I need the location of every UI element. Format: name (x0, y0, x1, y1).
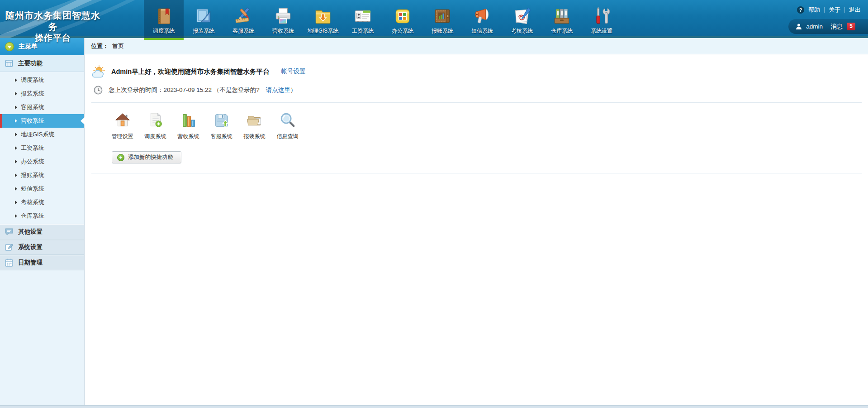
last-login-row: 您上次登录的时间：2023-07-09 15:22 （不是您登录的? 请点这里 … (91, 86, 862, 95)
shortcut-admin-settings[interactable]: 管理设置 (106, 112, 139, 140)
shortcut-customer-service[interactable]: 客服系统 (205, 112, 238, 140)
nav-item-assessment[interactable]: 考核系统 (502, 0, 542, 38)
separator (91, 173, 862, 173)
nav-label: 地理GIS系统 (308, 27, 339, 35)
clock-icon (94, 86, 103, 95)
sidebar-item-label: 地理GIS系统 (21, 130, 54, 139)
binders-icon (552, 7, 571, 26)
sidebar-item-label: 报装系统 (21, 90, 44, 98)
weather-sun-cloud-icon (91, 65, 107, 78)
nav-item-system-settings[interactable]: 系统设置 (582, 0, 621, 38)
caret-right-icon (15, 187, 17, 191)
caret-right-icon (15, 160, 17, 163)
sidebar-group-main-functions[interactable]: 主要功能 (0, 55, 84, 72)
id-card-icon (353, 7, 372, 26)
nav-item-office[interactable]: 办公系统 (383, 0, 422, 38)
nav-item-gis[interactable]: 地理GIS系统 (303, 0, 343, 38)
greeting-row: Admin早上好，欢迎使用随州市水务集团智慧水务平台 帐号设置 (91, 54, 862, 78)
sidebar-section-other-settings[interactable]: 其他设置 (0, 224, 84, 240)
shortcuts-row: 管理设置 调度系统 (91, 112, 862, 140)
sidebar: 主菜单 主要功能 调度系统 报装系统 客服系统 营收系统 地理GIS系统 工资系… (0, 38, 85, 406)
sidebar-item-label: 短信系统 (21, 185, 44, 193)
nav-label: 短信系统 (471, 27, 493, 35)
separator (91, 102, 862, 103)
sidebar-item-office[interactable]: 办公系统 (0, 155, 84, 168)
speech-bubble-icon (5, 227, 14, 236)
document-add-icon (147, 112, 164, 129)
shortcut-label: 客服系统 (211, 133, 232, 140)
app-title: 随州市水务集团智慧水务 操作平台 (4, 10, 102, 43)
sidebar-item-warehouse[interactable]: 仓库系统 (0, 209, 84, 223)
office-blocks-icon (393, 7, 412, 26)
nav-label: 系统设置 (591, 27, 612, 35)
sidebar-menu-title: 主菜单 (19, 43, 38, 51)
message-count-badge[interactable]: 5 (847, 23, 855, 30)
nav-label: 调度系统 (153, 27, 175, 35)
exam-paper-icon (512, 7, 531, 26)
help-link[interactable]: 帮助 (808, 6, 820, 14)
nav-item-dispatch[interactable]: 调度系统 (144, 0, 184, 38)
nav-item-sms[interactable]: 短信系统 (462, 0, 502, 38)
sidebar-section-system-settings[interactable]: 系统设置 (0, 240, 84, 255)
sidebar-item-label: 营收系统 (21, 117, 44, 125)
caret-right-icon (15, 106, 17, 109)
sidebar-item-customer-service[interactable]: 客服系统 (0, 101, 84, 114)
shortcut-revenue[interactable]: 营收系统 (172, 112, 205, 140)
shortcut-dispatch[interactable]: 调度系统 (139, 112, 172, 140)
app-title-line2: 操作平台 (4, 33, 102, 43)
app-title-line1: 随州市水务集团智慧水务 (4, 10, 102, 33)
sidebar-item-dispatch[interactable]: 调度系统 (0, 73, 84, 87)
nav-item-customer-service[interactable]: 客服系统 (223, 0, 263, 38)
messages-link[interactable]: 消息 (830, 23, 843, 31)
folder-download-icon (313, 7, 332, 26)
sidebar-item-revenue[interactable]: 营收系统 (0, 114, 84, 128)
nav-item-warehouse[interactable]: 仓库系统 (542, 0, 582, 38)
caret-right-icon (15, 146, 17, 150)
sidebar-item-label: 工资系统 (21, 144, 44, 152)
not-you-link[interactable]: 请点这里 (266, 86, 290, 94)
nav-label: 营收系统 (272, 27, 294, 35)
plus-circle-icon: + (117, 154, 124, 161)
shortcut-installation[interactable]: 报装系统 (238, 112, 271, 140)
shortcut-label: 报装系统 (244, 133, 266, 140)
question-mark-icon: ? (797, 6, 804, 14)
sidebar-item-gis[interactable]: 地理GIS系统 (0, 128, 84, 141)
nav-label: 报账系统 (432, 27, 453, 35)
save-upload-icon (213, 112, 230, 129)
sidebar-item-accounting[interactable]: 报账系统 (0, 168, 84, 182)
about-link[interactable]: 关于 (829, 6, 840, 14)
nav-item-payroll[interactable]: 工资系统 (343, 0, 383, 38)
wallet-icon (433, 7, 452, 26)
nav-label: 客服系统 (232, 27, 254, 35)
edit-icon (5, 243, 14, 252)
nav-label: 仓库系统 (551, 27, 573, 35)
last-login-text: 您上次登录的时间：2023-07-09 15:22 （不是您登录的? (109, 86, 260, 94)
divider (844, 7, 845, 13)
nav-item-accounting[interactable]: 报账系统 (422, 0, 462, 38)
nav-item-revenue[interactable]: 营收系统 (263, 0, 303, 38)
nav-item-installation[interactable]: 报装系统 (184, 0, 223, 38)
sidebar-menu-list: 调度系统 报装系统 客服系统 营收系统 地理GIS系统 工资系统 办公系统 报账… (0, 72, 84, 223)
user-icon (796, 24, 802, 30)
account-settings-link[interactable]: 帐号设置 (281, 67, 306, 76)
add-shortcut-button[interactable]: + 添加新的快捷功能 (112, 151, 181, 163)
bar-chart-icon (180, 112, 197, 129)
grid-icon (5, 59, 14, 68)
logout-link[interactable]: 退出 (849, 6, 861, 14)
breadcrumb-current[interactable]: 首页 (112, 42, 124, 50)
sidebar-item-payroll[interactable]: 工资系统 (0, 141, 84, 155)
shortcut-info-query[interactable]: 信息查询 (271, 112, 304, 140)
tools-icon (592, 7, 611, 26)
shortcut-label: 调度系统 (145, 133, 166, 140)
sidebar-section-date-management[interactable]: 日期管理 (0, 255, 84, 270)
sidebar-group-title: 主要功能 (18, 59, 43, 67)
megaphone-icon (473, 7, 492, 26)
nav-label: 办公系统 (392, 27, 413, 35)
sidebar-item-installation[interactable]: 报装系统 (0, 87, 84, 101)
user-pill[interactable]: admin 消息 5 (788, 19, 868, 34)
nav-label: 考核系统 (511, 27, 533, 35)
sidebar-item-label: 考核系统 (21, 198, 44, 206)
sidebar-item-sms[interactable]: 短信系统 (0, 182, 84, 196)
caret-right-icon (15, 78, 17, 82)
sidebar-item-assessment[interactable]: 考核系统 (0, 196, 84, 209)
